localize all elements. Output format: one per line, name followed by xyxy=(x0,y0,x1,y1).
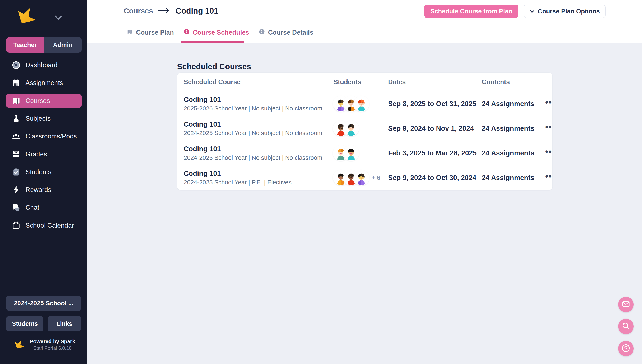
tab-course-details[interactable]: Course Details xyxy=(259,28,313,36)
chat-bubble-icon xyxy=(11,203,21,212)
info-icon xyxy=(184,28,190,36)
course-plan-options-button[interactable]: Course Plan Options xyxy=(523,4,606,18)
column-header-contents: Contents xyxy=(482,78,543,86)
links-shortcut-button[interactable]: Links xyxy=(48,316,81,332)
search-icon xyxy=(621,322,630,331)
sidebar-item-courses[interactable]: Courses xyxy=(6,94,82,108)
students-cell: + 6 xyxy=(334,170,388,185)
row-more-options-button[interactable]: ••• xyxy=(543,171,552,184)
students-cell xyxy=(334,121,388,136)
scheduled-courses-table: Scheduled Course Students Dates Contents… xyxy=(177,72,552,190)
column-header-scheduled-course: Scheduled Course xyxy=(184,78,334,86)
main-area: Courses Coding 101 Course Plan Course Sc… xyxy=(87,0,642,364)
mail-fab[interactable] xyxy=(618,297,634,312)
tab-course-plan[interactable]: Course Plan xyxy=(127,28,174,36)
active-tab-underline xyxy=(181,41,244,43)
breadcrumb-courses-link[interactable]: Courses xyxy=(124,7,153,15)
students-shortcut-button[interactable]: Students xyxy=(6,316,44,332)
row-more-options-button[interactable]: ••• xyxy=(543,122,552,135)
org-switcher-chevron-icon[interactable] xyxy=(54,14,63,22)
courses-map-icon xyxy=(11,96,21,106)
dates-cell: Sep 8, 2025 to Oct 31, 2025 xyxy=(388,100,482,108)
contents-cell: 24 Assignments xyxy=(482,174,543,182)
role-tab-admin[interactable]: Admin xyxy=(44,37,82,53)
chevron-down-icon xyxy=(529,8,535,15)
student-avatar xyxy=(354,170,369,185)
powered-by-text: Powered by Spark Staff Portal 6.0.10 xyxy=(30,338,75,351)
role-tab-teacher[interactable]: Teacher xyxy=(6,37,44,53)
sidebar-item-label: Grades xyxy=(26,150,47,158)
sidebar: Teacher Admin Dashboard Assignments Cour… xyxy=(0,0,87,364)
sidebar-item-label: Subjects xyxy=(26,115,51,122)
course-subtitle: 2024-2025 School Year | P.E. | Electives xyxy=(184,178,334,186)
search-fab[interactable] xyxy=(618,319,634,334)
info-icon xyxy=(259,28,265,36)
sidebar-item-students[interactable]: Students xyxy=(6,165,82,179)
student-avatar xyxy=(354,96,369,111)
powered-by-line: Powered by Spark xyxy=(30,338,75,345)
row-more-options-button[interactable]: ••• xyxy=(543,146,552,160)
column-header-dates: Dates xyxy=(388,78,482,86)
dates-cell: Sep 9, 2024 to Oct 30, 2024 xyxy=(388,174,482,182)
spark-logo-icon xyxy=(12,4,39,26)
student-avatar xyxy=(344,121,358,136)
assignments-calendar-icon xyxy=(11,78,21,88)
sidebar-item-classrooms-pods[interactable]: Classrooms/Pods xyxy=(6,130,82,143)
topbar: Courses Coding 101 Course Plan Course Sc… xyxy=(87,0,642,44)
sidebar-item-chat[interactable]: Chat xyxy=(6,201,82,214)
table-row[interactable]: Coding 101 2024-2025 School Year | No su… xyxy=(177,141,552,166)
sidebar-item-assignments[interactable]: Assignments xyxy=(6,76,82,90)
students-cell xyxy=(334,146,388,160)
schedule-course-from-plan-button[interactable]: Schedule Course from Plan xyxy=(424,4,519,18)
sidebar-item-school-calendar[interactable]: School Calendar xyxy=(6,219,82,232)
dates-cell: Sep 9, 2024 to Nov 1, 2024 xyxy=(388,124,482,132)
students-cell xyxy=(334,96,388,111)
sidebar-item-label: Dashboard xyxy=(26,62,58,69)
course-cell: Coding 101 2024-2025 School Year | No su… xyxy=(184,145,334,162)
sidebar-item-grades[interactable]: Grades xyxy=(6,148,82,161)
tab-course-schedules[interactable]: Course Schedules xyxy=(184,28,249,36)
sidebar-shortcut-row: Students Links xyxy=(6,316,81,332)
breadcrumb: Courses Coding 101 xyxy=(124,4,218,17)
students-clipboard-icon xyxy=(11,167,21,177)
sidebar-item-dashboard[interactable]: Dashboard xyxy=(6,58,82,72)
sidebar-item-subjects[interactable]: Subjects xyxy=(6,112,82,126)
contents-cell: 24 Assignments xyxy=(482,100,543,108)
rewards-bolt-icon xyxy=(11,185,21,195)
course-title: Coding 101 xyxy=(184,96,334,104)
contents-cell: 24 Assignments xyxy=(482,149,543,157)
course-subtitle: 2024-2025 School Year | No subject | No … xyxy=(184,154,334,162)
help-fab[interactable] xyxy=(618,341,634,356)
table-row[interactable]: Coding 101 2024-2025 School Year | P.E. … xyxy=(177,166,552,190)
dates-cell: Feb 3, 2025 to Mar 28, 2025 xyxy=(388,149,482,157)
map-icon xyxy=(127,28,133,36)
help-icon xyxy=(621,344,630,353)
sidebar-item-label: Rewards xyxy=(26,186,52,194)
course-subtitle: 2025-2026 School Year | No subject | No … xyxy=(184,105,334,112)
tab-label: Course Details xyxy=(268,29,313,36)
sidebar-item-label: Courses xyxy=(26,97,50,105)
sidebar-item-label: School Calendar xyxy=(26,222,74,229)
sidebar-item-label: Classrooms/Pods xyxy=(26,132,77,140)
tab-bar: Course Plan Course Schedules Course Deta… xyxy=(127,26,313,39)
course-cell: Coding 101 2025-2026 School Year | No su… xyxy=(184,96,334,112)
course-title: Coding 101 xyxy=(184,169,334,178)
table-row[interactable]: Coding 101 2024-2025 School Year | No su… xyxy=(177,116,552,141)
student-avatar xyxy=(344,146,358,160)
course-cell: Coding 101 2024-2025 School Year | P.E. … xyxy=(184,169,334,186)
logo-row xyxy=(12,4,74,26)
grades-inbox-icon xyxy=(11,150,21,159)
course-cell: Coding 101 2024-2025 School Year | No su… xyxy=(184,120,334,137)
classrooms-people-icon xyxy=(11,132,21,141)
sidebar-item-label: Assignments xyxy=(26,79,63,87)
row-more-options-button[interactable]: ••• xyxy=(543,97,552,110)
table-row[interactable]: Coding 101 2025-2026 School Year | No su… xyxy=(177,92,552,116)
sidebar-item-label: Chat xyxy=(26,204,39,211)
extra-students-count: + 6 xyxy=(372,174,380,181)
course-plan-options-label: Course Plan Options xyxy=(538,8,600,15)
spark-mini-logo-icon xyxy=(12,339,25,350)
school-year-selector-button[interactable]: 2024-2025 School ... xyxy=(6,296,81,311)
column-header-students: Students xyxy=(334,78,388,86)
breadcrumb-arrow-icon xyxy=(158,8,171,14)
sidebar-item-rewards[interactable]: Rewards xyxy=(6,183,82,197)
